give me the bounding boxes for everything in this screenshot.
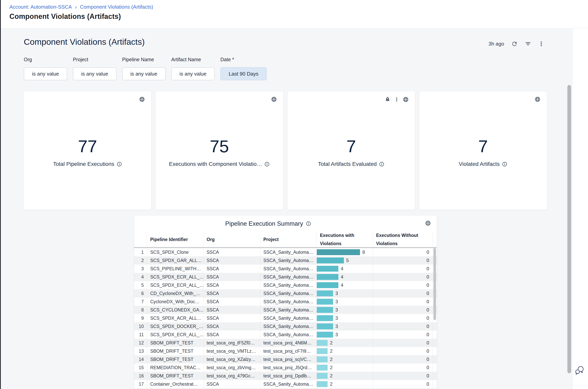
globe-icon[interactable]	[535, 96, 541, 102]
violations-bar[interactable]	[317, 274, 338, 280]
violations-bar[interactable]	[317, 266, 338, 272]
breadcrumb-account-link[interactable]: Account: Automation-SSCA	[9, 4, 72, 10]
project-cell: test_ssca_proj_cF7I9…	[260, 347, 316, 355]
violations-bar[interactable]	[317, 365, 328, 371]
executions-without-violations-cell: 0	[373, 256, 433, 264]
scroll-gutter-cell	[433, 347, 437, 355]
filter-date: Date * Last 90 Days	[220, 57, 267, 80]
violations-bar[interactable]	[317, 340, 328, 346]
row-index: 6	[134, 289, 147, 297]
violations-count: 3	[335, 299, 338, 304]
info-icon[interactable]	[379, 162, 384, 167]
breadcrumb-current-link[interactable]: Component Violations (Artifacts)	[80, 4, 153, 10]
page-scrollbar-thumb[interactable]	[567, 85, 571, 373]
executions-with-violations-cell: 4	[316, 281, 373, 289]
project-cell: SSCA_Sanity_Automa…	[260, 306, 316, 314]
violations-bar[interactable]	[317, 291, 333, 296]
violations-bar[interactable]	[317, 315, 333, 321]
pipeline-identifier-cell: CycloneDX_With_Doc…	[147, 297, 203, 306]
org-cell: SSCA	[203, 273, 260, 281]
pipeline-identifier-cell	[147, 388, 203, 389]
app-header: Account: Automation-SSCA › Component Vio…	[1, 0, 588, 28]
col-executions-with-violations[interactable]: Executions with Violations	[316, 232, 373, 247]
violations-bar[interactable]	[317, 282, 338, 288]
tile-more-menu-icon[interactable]	[394, 97, 399, 102]
pipeline-identifier-cell: SBOM_DRIFT_TEST	[147, 339, 203, 347]
table-row: 15 REMEDIATION_TRAC… test_ssca_org_zbVmg…	[134, 363, 437, 372]
project-cell: SSCA_Sanity_Automa…	[260, 256, 316, 264]
table-row: 13 SBOM_DRIFT_TEST test_ssca_org_VMTLz… …	[134, 347, 437, 355]
violations-bar[interactable]	[317, 332, 333, 338]
col-executions-without-violations[interactable]: Executions Without Violations	[373, 232, 433, 247]
alert-bell-icon[interactable]	[384, 96, 391, 102]
violations-count: 2	[330, 340, 333, 346]
violations-count: 4	[341, 282, 343, 288]
violations-count: 3	[335, 332, 338, 337]
row-index: 3	[134, 264, 147, 273]
violations-bar[interactable]	[317, 324, 333, 329]
violations-bar[interactable]	[317, 299, 333, 305]
dashboard-more-menu-button[interactable]	[538, 41, 544, 47]
table-row: 6 CD_CycloneDX_With_… SSCA SSCA_Sanity_A…	[134, 289, 437, 297]
kpi-label: Executions with Component Violatio…	[169, 161, 262, 167]
violations-bar[interactable]	[317, 373, 328, 379]
row-index: 9	[134, 314, 147, 322]
filter-org-value-button[interactable]: is any value	[24, 67, 67, 80]
filter-pipeline-name-value-button[interactable]: is any value	[122, 67, 166, 80]
globe-icon[interactable]	[139, 96, 145, 102]
info-icon[interactable]	[117, 162, 122, 167]
executions-with-violations-cell: 2	[316, 347, 373, 355]
violations-bar[interactable]	[317, 258, 344, 263]
info-icon[interactable]	[306, 221, 311, 226]
filter-project-label: Project	[73, 57, 116, 63]
chat-support-button[interactable]	[574, 365, 585, 375]
executions-without-violations-cell: 0	[373, 248, 433, 256]
row-index: 2	[134, 256, 147, 264]
table-row: 8 SCS_CYCLONEDX_GA… SSCA SSCA_Sanity_Aut…	[134, 306, 437, 314]
col-org[interactable]: Org	[203, 232, 260, 247]
violations-bar[interactable]	[317, 348, 328, 354]
row-index: 10	[134, 322, 147, 330]
filter-project: Project is any value	[73, 57, 116, 80]
org-cell: SSCA	[203, 248, 260, 256]
row-index: 12	[134, 339, 147, 347]
executions-with-violations-cell: 3	[316, 314, 373, 322]
pipeline-identifier-cell: REMEDIATION_TRAC…	[147, 363, 203, 372]
project-cell: SSCA_Sanity_Automa…	[260, 322, 316, 330]
executions-with-violations-cell: 4	[316, 273, 373, 281]
violations-count: 3	[335, 291, 338, 296]
project-cell: SSCA_Sanity_Automa…	[260, 330, 316, 339]
violations-bar[interactable]	[317, 307, 333, 313]
info-icon[interactable]	[264, 162, 270, 167]
row-index	[134, 388, 147, 389]
filter-project-value-button[interactable]: is any value	[73, 67, 116, 80]
org-cell: SSCA	[203, 330, 260, 339]
dashboard-filters-button[interactable]	[525, 41, 531, 47]
globe-icon[interactable]	[403, 97, 409, 102]
globe-icon[interactable]	[425, 220, 431, 226]
row-index: 7	[134, 297, 147, 306]
violations-bar[interactable]	[317, 249, 360, 255]
executions-with-violations-cell: 4	[316, 264, 373, 273]
violations-bar[interactable]	[317, 381, 328, 387]
pipeline-identifier-cell: SCS_CYCLONEDX_GA…	[147, 306, 203, 314]
violations-bar[interactable]	[317, 357, 328, 362]
project-cell: SSCA_Sanity_Automa…	[260, 264, 316, 273]
info-icon[interactable]	[502, 162, 507, 167]
col-pipeline-identifier[interactable]: Pipeline Identifier	[147, 232, 203, 247]
table-body: 1 SCS_SPDX_Clone SSCA SSCA_Sanity_Automa…	[134, 248, 437, 389]
filter-artifact-name-value-button[interactable]: is any value	[171, 67, 215, 80]
project-cell: SSCA_Sanity_Automa…	[260, 248, 316, 256]
left-edge-stripe	[0, 0, 1, 389]
filter-pipeline-name: Pipeline Name is any value	[122, 57, 166, 80]
violations-count: 8	[362, 250, 365, 255]
table-vertical-scrollbar-thumb[interactable]	[433, 248, 436, 320]
violations-count: 3	[335, 307, 338, 313]
globe-icon[interactable]	[271, 96, 277, 102]
col-project[interactable]: Project	[260, 232, 316, 247]
filter-date-value-button[interactable]: Last 90 Days	[220, 67, 267, 80]
tile-total-artifacts-evaluated: 7 Total Artifacts Evaluated	[287, 91, 415, 210]
refresh-button[interactable]	[511, 41, 518, 47]
breadcrumb: Account: Automation-SSCA › Component Vio…	[9, 4, 588, 10]
org-cell: test_ssca_org_479Gc…	[203, 372, 260, 380]
